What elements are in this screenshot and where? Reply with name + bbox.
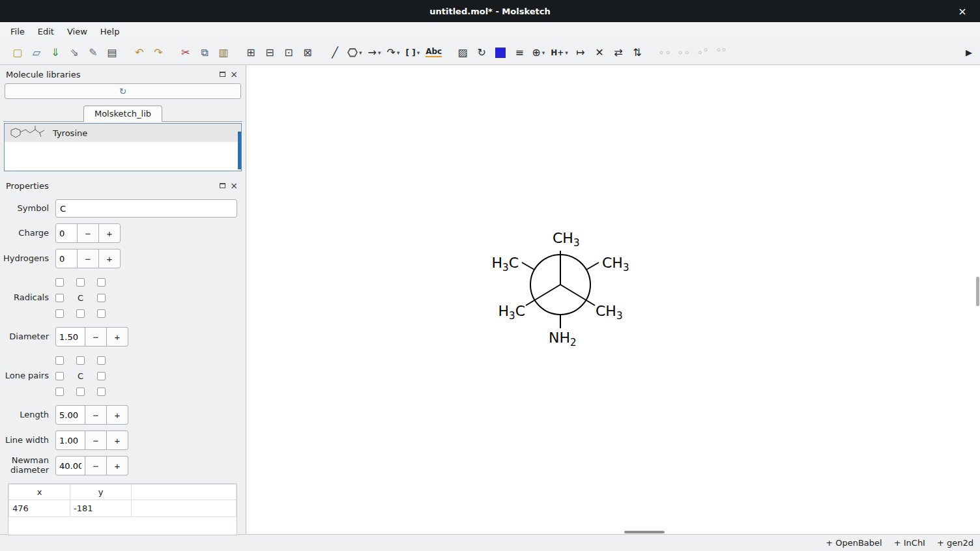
line-width-decrement-button[interactable]: −: [85, 431, 107, 450]
draw-bond-tool-icon: ╱: [332, 48, 338, 58]
open-file-button[interactable]: ▱: [28, 44, 45, 61]
newman-diameter-decrement-button[interactable]: −: [85, 456, 107, 475]
radical-checkbox[interactable]: [55, 294, 64, 302]
zoom-original-button[interactable]: ⊡: [280, 44, 297, 61]
zoom-out-button[interactable]: ⊟: [261, 44, 278, 61]
bracket-tool[interactable]: [ ]▾: [404, 44, 422, 61]
radical-checkbox[interactable]: [55, 278, 64, 287]
newman-diameter-input[interactable]: [55, 456, 85, 475]
molecule-libraries-float-button[interactable]: [216, 69, 228, 79]
library-tabbar: Molsketch_lib: [3, 105, 242, 122]
redo-button[interactable]: ↷: [150, 44, 167, 61]
window-close-button[interactable]: ×: [953, 0, 972, 22]
hydrogens-decrement-button[interactable]: −: [77, 249, 99, 268]
copy-button[interactable]: ⧉: [196, 44, 213, 61]
line-width-input[interactable]: [55, 431, 85, 450]
dropdown-caret-icon[interactable]: ▾: [417, 49, 420, 56]
arrow-tool[interactable]: →▾: [366, 44, 383, 61]
diameter-input[interactable]: [55, 327, 85, 346]
length-input[interactable]: [55, 405, 85, 425]
flip-horizontal-button[interactable]: ⇄: [610, 44, 627, 61]
canvas-vertical-scrollbar[interactable]: [976, 277, 979, 306]
molecule-libraries-close-button[interactable]: ×: [228, 69, 240, 79]
line-width-button[interactable]: ≡: [511, 44, 528, 61]
symbol-input[interactable]: [55, 199, 237, 218]
color-picker-button[interactable]: [492, 44, 509, 61]
diameter-increment-button[interactable]: +: [106, 327, 128, 346]
library-item-tyrosine[interactable]: Tyrosine: [5, 124, 241, 142]
dropdown-caret-icon[interactable]: ▾: [397, 49, 400, 56]
new-document-button[interactable]: ▢: [9, 44, 26, 61]
lone-pair-checkbox[interactable]: [97, 388, 106, 396]
charge-increment-button[interactable]: +: [98, 223, 121, 243]
charge-tool[interactable]: ⊕▾: [530, 44, 547, 61]
lone-pair-checkbox[interactable]: [55, 372, 64, 380]
properties-float-button[interactable]: [216, 180, 228, 191]
rotate-tool[interactable]: ↻: [473, 44, 490, 61]
print-button[interactable]: ▤: [104, 44, 121, 61]
line-width-increment-button[interactable]: +: [106, 431, 128, 450]
undo-button[interactable]: ↶: [131, 44, 148, 61]
radical-checkbox[interactable]: [55, 309, 64, 318]
line-width-label: Line width: [3, 436, 55, 445]
save-button[interactable]: ⇓: [47, 44, 64, 61]
radical-checkbox[interactable]: [97, 294, 106, 302]
lone-pair-checkbox[interactable]: [97, 372, 106, 380]
hash-wedge-tool[interactable]: ▨: [454, 44, 471, 61]
panel-splitter[interactable]: [3, 171, 242, 179]
cut-button[interactable]: ✂: [177, 44, 194, 61]
radical-checkbox[interactable]: [97, 309, 106, 318]
properties-close-button[interactable]: ×: [228, 180, 240, 191]
drawing-canvas[interactable]: CH3 H3C CH3 H3C CH3 NH2: [246, 65, 980, 534]
lone-pair-checkbox[interactable]: [76, 388, 85, 396]
toolbar-group: ↶↷: [131, 44, 167, 61]
toolbar-overflow-button[interactable]: ▶: [963, 48, 975, 57]
text-tool[interactable]: Abc: [424, 44, 444, 61]
delete-tool[interactable]: ✕: [591, 44, 608, 61]
menu-file[interactable]: File: [4, 24, 31, 39]
dropdown-caret-icon[interactable]: ▾: [542, 49, 545, 56]
newman-diameter-increment-button[interactable]: +: [106, 456, 128, 475]
library-scrollbar[interactable]: [238, 132, 241, 169]
dropdown-caret-icon[interactable]: ▾: [565, 49, 568, 56]
paste-button[interactable]: ▥: [215, 44, 232, 61]
radical-checkbox[interactable]: [76, 278, 85, 287]
menu-view[interactable]: View: [61, 24, 94, 39]
newman-diameter-label: Newman diameter: [3, 456, 55, 475]
hydrogen-tool[interactable]: H+▾: [549, 44, 570, 61]
charge-input[interactable]: [55, 223, 78, 243]
align-tool[interactable]: ↦: [572, 44, 589, 61]
zoom-fit-button[interactable]: ⊠: [299, 44, 316, 61]
flip-vertical-button[interactable]: ⇅: [629, 44, 646, 61]
y-value-cell[interactable]: -181: [70, 500, 132, 517]
length-increment-button[interactable]: +: [106, 405, 128, 425]
tab-molsketch-lib[interactable]: Molsketch_lib: [83, 106, 162, 122]
mechanism-arrow-tool[interactable]: ↷▾: [385, 44, 402, 61]
menu-help[interactable]: Help: [94, 24, 126, 39]
dropdown-caret-icon[interactable]: ▾: [378, 49, 381, 56]
status-inchi: + InChI: [894, 538, 925, 548]
lone-pair-checkbox[interactable]: [76, 356, 85, 365]
dropdown-caret-icon[interactable]: ▾: [359, 49, 362, 56]
newman-projection-molecule[interactable]: CH3 H3C CH3 H3C CH3 NH2: [463, 200, 658, 376]
diameter-decrement-button[interactable]: −: [85, 327, 107, 346]
charge-decrement-button[interactable]: −: [77, 223, 99, 243]
lone-pairs-label: Lone pairs: [3, 371, 55, 381]
zoom-in-button[interactable]: ⊞: [242, 44, 259, 61]
hydrogens-increment-button[interactable]: +: [98, 249, 121, 268]
menu-edit[interactable]: Edit: [31, 24, 61, 39]
ring-tool[interactable]: ▾: [345, 44, 364, 61]
hydrogens-input[interactable]: [55, 249, 78, 268]
x-value-cell[interactable]: 476: [9, 500, 70, 517]
library-refresh-button[interactable]: ↻: [5, 83, 241, 99]
length-decrement-button[interactable]: −: [85, 405, 107, 425]
radical-checkbox[interactable]: [97, 278, 106, 287]
save-as-button[interactable]: ⇘: [66, 44, 83, 61]
canvas-horizontal-scrollbar[interactable]: [624, 531, 665, 533]
draw-bond-tool[interactable]: ╱: [326, 44, 343, 61]
lone-pair-checkbox[interactable]: [97, 356, 106, 365]
radical-checkbox[interactable]: [76, 309, 85, 318]
lone-pair-checkbox[interactable]: [55, 388, 64, 396]
export-button[interactable]: ✎: [85, 44, 102, 61]
lone-pair-checkbox[interactable]: [55, 356, 64, 365]
